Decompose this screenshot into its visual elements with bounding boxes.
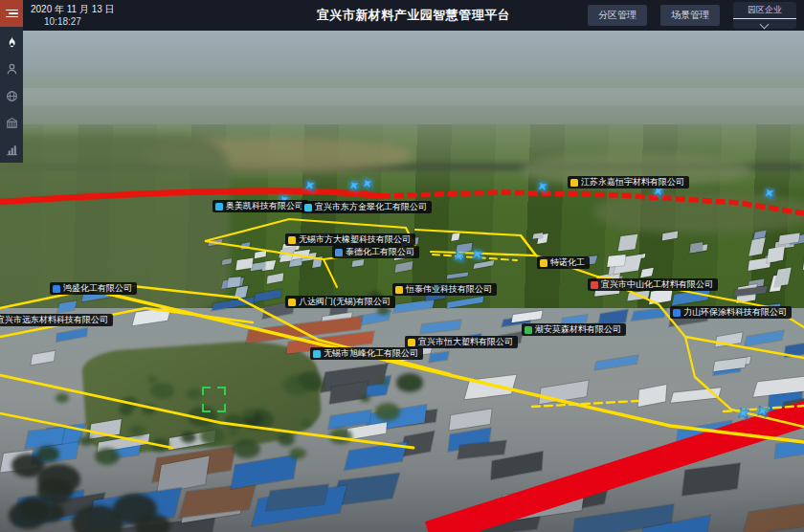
selection-reticle — [202, 387, 226, 412]
building — [332, 473, 401, 505]
building — [609, 257, 623, 275]
building — [221, 258, 231, 265]
building — [682, 463, 740, 496]
tree-canopy — [375, 403, 401, 421]
company-marker-icon — [395, 286, 403, 294]
tree-canopy — [79, 436, 93, 446]
date-label: 2020 年 11 月 13 日 — [31, 3, 115, 15]
company-marker-label: 宜兴市东方金翠化工有限公司 — [315, 201, 427, 213]
building — [753, 375, 804, 397]
flame-icon — [5, 35, 19, 50]
building — [321, 364, 388, 392]
company-marker-label: 无锡市旭峰化工有限公司 — [324, 347, 418, 360]
company-marker-label: 宜兴市中山化工材料有限公司 — [601, 278, 713, 291]
plane-icon — [533, 177, 551, 195]
company-marker-icon — [570, 179, 578, 187]
building — [152, 446, 235, 482]
building — [267, 273, 283, 283]
building — [500, 484, 586, 522]
tree-canopy — [233, 439, 260, 459]
company-marker-icon — [313, 350, 321, 358]
building — [572, 504, 673, 532]
tree-canopy — [187, 388, 201, 399]
company-marker-icon — [288, 299, 296, 306]
tree-canopy — [360, 395, 369, 402]
company-marker[interactable]: 鸿盛化工有限公司 — [50, 282, 137, 295]
building — [690, 241, 704, 252]
company-marker[interactable]: 无锡市旭峰化工有限公司 — [310, 347, 423, 360]
plane-icon — [450, 247, 468, 265]
building — [26, 428, 66, 449]
aircraft-marker[interactable] — [301, 176, 319, 194]
building — [180, 483, 257, 518]
company-marker-icon — [525, 326, 532, 334]
building — [31, 442, 78, 465]
bar-chart-icon — [5, 143, 19, 157]
building — [98, 433, 150, 453]
tree-canopy — [278, 433, 295, 446]
aircraft-marker[interactable] — [358, 174, 376, 192]
park-enterprises-dropdown[interactable]: 园区企业 — [733, 2, 796, 29]
company-marker[interactable]: 江苏永嘉恒宇材料有限公司 — [568, 176, 689, 188]
building — [266, 484, 328, 511]
building — [168, 430, 214, 450]
sidebar-item-enterprises[interactable] — [0, 109, 23, 136]
sidebar-item-alarms[interactable] — [0, 29, 23, 55]
aircraft-marker[interactable] — [734, 404, 752, 422]
company-marker[interactable]: 宜兴市中山化工材料有限公司 — [588, 278, 718, 291]
tree-canopy — [37, 464, 81, 495]
building — [366, 405, 427, 432]
scene-management-button[interactable]: 场景管理 — [660, 5, 720, 26]
company-marker[interactable]: 奥美凯科技有限公司 — [212, 200, 308, 212]
company-marker[interactable]: 泰德化工有限公司 — [332, 246, 419, 258]
company-marker[interactable]: 无锡市方大橡塑科技有限公司 — [285, 233, 415, 246]
aircraft-marker[interactable] — [753, 402, 771, 420]
industrial-ground — [0, 308, 804, 532]
company-marker[interactable]: 宜兴市东方金翠化工有限公司 — [302, 201, 432, 213]
company-marker[interactable]: 宜兴市远东材料科技有限公司 — [0, 314, 113, 326]
tree-canopy — [147, 376, 157, 383]
company-marker-label: 奥美凯科技有限公司 — [226, 200, 303, 212]
aircraft-marker[interactable] — [450, 247, 468, 265]
building — [15, 491, 84, 527]
building — [346, 423, 387, 440]
building — [636, 254, 645, 259]
company-marker[interactable]: 特诺化工 — [537, 256, 590, 269]
tree-canopy — [56, 393, 69, 403]
tree-canopy — [135, 514, 170, 532]
building — [289, 256, 302, 267]
building — [532, 233, 543, 238]
building — [328, 410, 371, 430]
building — [713, 357, 746, 370]
building — [748, 257, 770, 271]
chevron-down-icon — [761, 20, 769, 28]
map-3d-viewport[interactable]: 奥美凯科技有限公司宜兴市东方金翠化工有限公司无锡市方大橡塑科技有限公司泰德化工有… — [0, 31, 804, 532]
globe-icon — [5, 89, 19, 103]
company-marker[interactable]: 力山环保涂料科技有限公司 — [670, 306, 792, 319]
building — [715, 333, 743, 347]
hamburger-menu-button[interactable] — [0, 0, 23, 27]
company-marker-label: 江苏永嘉恒宇材料有限公司 — [581, 176, 684, 188]
building — [452, 233, 460, 240]
sidebar-item-monitoring[interactable] — [0, 82, 23, 109]
company-marker[interactable]: 宜兴市恒大塑料有限公司 — [405, 336, 518, 348]
tree-canopy — [283, 375, 312, 395]
building — [774, 267, 792, 286]
sidebar-item-statistics[interactable] — [0, 136, 23, 163]
aircraft-marker[interactable] — [760, 184, 778, 202]
company-marker[interactable]: 潮安莫森材料有限公司 — [522, 323, 626, 336]
tree-canopy — [95, 448, 120, 465]
plane-icon — [468, 245, 486, 263]
building — [132, 307, 170, 325]
company-marker[interactable]: 八达阀门(无锡)有限公司 — [285, 296, 395, 308]
building — [748, 237, 765, 255]
building — [677, 421, 732, 447]
sidebar-item-personnel[interactable] — [0, 55, 23, 82]
markers-layer: 奥美凯科技有限公司宜兴市东方金翠化工有限公司无锡市方大橡塑科技有限公司泰德化工有… — [0, 31, 804, 532]
aircraft-marker[interactable] — [533, 177, 551, 195]
building — [387, 410, 437, 429]
partition-management-button[interactable]: 分区管理 — [588, 5, 647, 26]
company-marker[interactable]: 恒泰伟业科技有限公司 — [392, 283, 497, 296]
aircraft-marker[interactable] — [468, 245, 486, 263]
factory-icon — [5, 116, 19, 130]
